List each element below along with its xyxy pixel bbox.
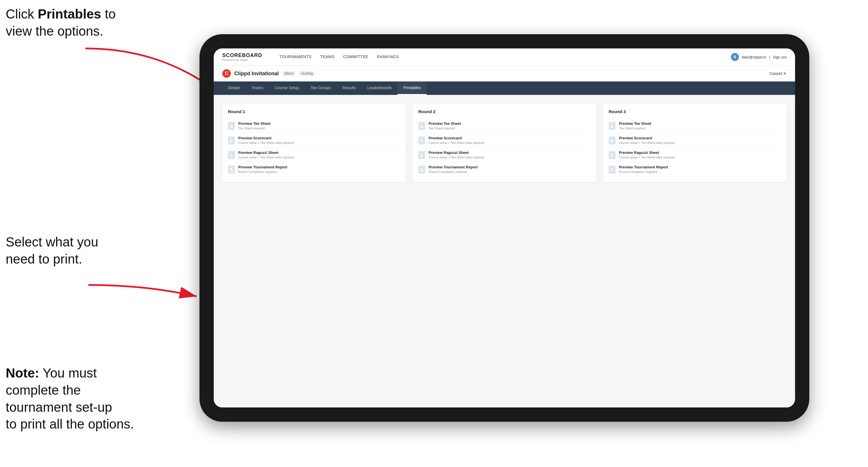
round2-tee-sheet[interactable]: 📄 Preview Tee Sheet Tee Sheet required [418,119,590,133]
tournament-name: Clippd Invitational [234,71,279,76]
round3-raguzzi[interactable]: 📄 Preview Raguzzi Sheet Course setup + T… [609,148,781,162]
tablet-screen: SCOREBOARD Powered by clippd TOURNAMENTS… [214,49,795,407]
user-email: blair@clippd.io [742,55,766,59]
scorecard-icon-3: 📄 [609,136,616,145]
cancel-button[interactable]: Cancel ✕ [770,71,786,76]
round-2-section: Round 2 📄 Preview Tee Sheet Tee Sheet re… [413,103,596,182]
round2-report-sub: Round Completion required [429,170,477,174]
round3-tee-sheet-title: Preview Tee Sheet [619,121,651,126]
round3-report-sub: Round Completion required [619,170,668,174]
round1-scorecard-sub: Course setup + Tee Sheet data required [238,141,294,145]
round1-tournament-report[interactable]: 📄 Preview Tournament Report Round Comple… [228,162,400,176]
nav-tournaments[interactable]: TOURNAMENTS [279,55,311,60]
arrow-middle [77,271,208,313]
round-1-section: Round 1 📄 Preview Tee Sheet Tee Sheet re… [222,103,406,182]
round2-tee-sheet-title: Preview Tee Sheet [429,121,461,126]
round2-tee-sheet-sub: Tee Sheet required [429,126,461,130]
round3-scorecard-sub: Course setup + Tee Sheet data required [619,141,675,145]
scorecard-icon-2: 📄 [418,136,425,145]
round1-tee-sheet-sub: Tee Sheet required [238,126,271,130]
round3-scorecard[interactable]: 📄 Preview Scorecard Course setup + Tee S… [609,133,781,148]
round1-report-sub: Round Completion required [238,170,287,174]
top-nav: SCOREBOARD Powered by clippd TOURNAMENTS… [214,49,795,66]
round2-raguzzi[interactable]: 📄 Preview Raguzzi Sheet Course setup + T… [418,148,590,162]
nav-teams[interactable]: TEAMS [320,55,335,60]
instruction-bottom: Note: You mustcomplete thetournament set… [6,365,134,433]
note-bold: Note: [6,366,39,380]
tab-teams[interactable]: Teams [246,82,269,95]
main-content: Round 1 📄 Preview Tee Sheet Tee Sheet re… [214,95,795,407]
nav-right: B blair@clippd.io | Sign out [731,53,786,61]
round1-report-title: Preview Tournament Report [238,165,287,169]
sign-out-link[interactable]: Sign out [773,55,786,59]
scorecard-icon: 📄 [228,136,235,145]
round2-scorecard-title: Preview Scorecard [429,136,484,140]
tournament-report-icon-2: 📄 [418,165,425,174]
nav-separator: | [769,55,770,59]
logo-title: SCOREBOARD [222,53,268,58]
round1-tee-sheet-title: Preview Tee Sheet [238,121,271,126]
round3-tee-sheet[interactable]: 📄 Preview Tee Sheet Tee Sheet required [609,119,781,133]
round3-scorecard-title: Preview Scorecard [619,136,675,140]
round3-tournament-report[interactable]: 📄 Preview Tournament Report Round Comple… [609,162,781,176]
tournament-logo-icon: C [222,69,231,78]
round1-raguzzi[interactable]: 📄 Preview Raguzzi Sheet Course setup + T… [228,148,400,162]
round3-raguzzi-title: Preview Raguzzi Sheet [619,150,675,155]
nav-committee[interactable]: COMMITTEE [343,55,368,60]
tournament-hosting-badge: Hosting [299,71,315,76]
tab-details[interactable]: Details [222,82,246,95]
tournament-report-icon: 📄 [228,165,235,174]
tab-tee-groups[interactable]: Tee Groups [305,82,337,95]
round1-raguzzi-sub: Course setup + Tee Sheet data required [238,156,294,159]
tournament-name-row: C Clippd Invitational (Men) Hosting [222,69,315,78]
tab-printables[interactable]: Printables [398,82,427,95]
tab-leaderboards[interactable]: Leaderboards [362,82,398,95]
raguzzi-icon-3: 📄 [609,151,616,159]
round2-raguzzi-title: Preview Raguzzi Sheet [429,150,484,155]
round1-scorecard-title: Preview Scorecard [238,136,294,140]
printables-bold: Printables [38,6,101,21]
rounds-grid: Round 1 📄 Preview Tee Sheet Tee Sheet re… [222,103,786,182]
raguzzi-icon: 📄 [228,151,235,159]
tee-sheet-icon-2: 📄 [418,122,425,130]
sub-nav: Details Teams Course Setup Tee Groups Re… [214,82,795,95]
instruction-middle: Select what youneed to print. [6,234,98,268]
round1-raguzzi-title: Preview Raguzzi Sheet [238,150,294,155]
round2-scorecard[interactable]: 📄 Preview Scorecard Course setup + Tee S… [418,133,590,148]
round3-raguzzi-sub: Course setup + Tee Sheet data required [619,156,675,159]
tee-sheet-icon-3: 📄 [609,122,616,130]
round-2-title: Round 2 [418,109,590,114]
nav-rankings[interactable]: RANKINGS [377,55,399,60]
round2-tournament-report[interactable]: 📄 Preview Tournament Report Round Comple… [418,162,590,176]
round-1-title: Round 1 [228,109,400,114]
tab-results[interactable]: Results [337,82,362,95]
tablet-frame: SCOREBOARD Powered by clippd TOURNAMENTS… [199,34,809,422]
tournament-report-icon-3: 📄 [609,165,616,174]
round-3-section: Round 3 📄 Preview Tee Sheet Tee Sheet re… [603,103,786,182]
round-3-title: Round 3 [609,109,781,114]
logo-sub: Powered by clippd [222,58,268,62]
round1-tee-sheet[interactable]: 📄 Preview Tee Sheet Tee Sheet required [228,119,400,133]
tab-course-setup[interactable]: Course Setup [269,82,305,95]
tournament-header: C Clippd Invitational (Men) Hosting Canc… [214,66,795,82]
round1-scorecard[interactable]: 📄 Preview Scorecard Course setup + Tee S… [228,133,400,148]
round2-raguzzi-sub: Course setup + Tee Sheet data required [429,156,484,159]
nav-avatar: B [731,53,739,61]
tournament-bracket: (Men) [282,71,296,76]
instruction-top: Click Printables toview the options. [6,6,116,40]
round2-report-title: Preview Tournament Report [429,165,477,169]
round3-tee-sheet-sub: Tee Sheet required [619,126,651,130]
round2-scorecard-sub: Course setup + Tee Sheet data required [429,141,484,145]
round3-report-title: Preview Tournament Report [619,165,668,169]
nav-links: TOURNAMENTS TEAMS COMMITTEE RANKINGS [279,55,719,60]
tee-sheet-icon: 📄 [228,122,235,130]
logo-area: SCOREBOARD Powered by clippd [222,53,268,62]
raguzzi-icon-2: 📄 [418,151,425,159]
